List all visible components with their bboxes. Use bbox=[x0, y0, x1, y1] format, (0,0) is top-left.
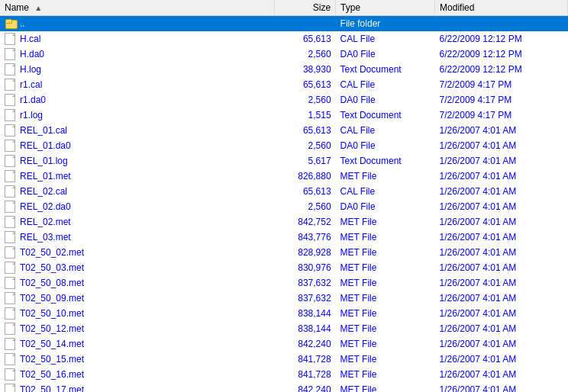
cell-size: 65,613 bbox=[275, 123, 336, 138]
cell-modified: 1/26/2007 4:01 AM bbox=[435, 352, 568, 367]
file-name: T02_50_12.met bbox=[20, 323, 84, 334]
table-row[interactable]: T02_50_10.met838,144MET File1/26/2007 4:… bbox=[0, 306, 568, 321]
file-list-body: ..File folderH.cal65,613CAL File6/22/200… bbox=[0, 16, 568, 393]
cell-name: T02_50_17.met bbox=[0, 382, 275, 392]
file-name: T02_50_02.met bbox=[20, 247, 84, 258]
cell-size: 842,240 bbox=[275, 382, 336, 392]
file-explorer[interactable]: Name ▲ Size Type Modified ..File folderH… bbox=[0, 0, 568, 392]
table-row[interactable]: T02_50_12.met838,144MET File1/26/2007 4:… bbox=[0, 321, 568, 336]
table-row[interactable]: REL_02.met842,752MET File1/26/2007 4:01 … bbox=[0, 214, 568, 230]
file-name: REL_02.cal bbox=[20, 186, 67, 197]
table-row[interactable]: T02_50_16.met841,728MET File1/26/2007 4:… bbox=[0, 367, 568, 382]
table-row[interactable]: T02_50_03.met830,976MET File1/26/2007 4:… bbox=[0, 260, 568, 275]
file-name: T02_50_15.met bbox=[20, 354, 84, 365]
col-header-name[interactable]: Name ▲ bbox=[0, 0, 275, 16]
file-name: REL_01.log bbox=[20, 156, 68, 166]
file-icon bbox=[5, 48, 15, 60]
file-icon bbox=[5, 307, 15, 320]
cell-size: 2,560 bbox=[275, 92, 336, 108]
file-icon bbox=[5, 353, 15, 365]
cell-size: 830,976 bbox=[275, 260, 336, 275]
cell-name: H.cal bbox=[0, 31, 275, 47]
cell-type: DA0 File bbox=[336, 92, 435, 108]
cell-modified: 1/26/2007 4:01 AM bbox=[435, 306, 568, 321]
cell-name: T02_50_02.met bbox=[0, 245, 275, 260]
table-row[interactable]: H.log38,930Text Document6/22/2009 12:12 … bbox=[0, 62, 568, 77]
cell-type: DA0 File bbox=[336, 199, 435, 214]
table-row[interactable]: REL_03.met843,776MET File1/26/2007 4:01 … bbox=[0, 230, 568, 245]
cell-type: CAL File bbox=[336, 31, 435, 47]
cell-size: 841,728 bbox=[275, 367, 336, 382]
file-icon bbox=[5, 231, 15, 243]
col-header-type[interactable]: Type bbox=[336, 0, 435, 16]
table-row[interactable]: T02_50_14.met842,240MET File1/26/2007 4:… bbox=[0, 336, 568, 352]
cell-type: MET File bbox=[336, 214, 435, 230]
cell-name: REL_02.da0 bbox=[0, 199, 275, 214]
table-row[interactable]: T02_50_09.met837,632MET File1/26/2007 4:… bbox=[0, 291, 568, 306]
file-name: T02_50_14.met bbox=[20, 339, 84, 349]
cell-type: MET File bbox=[336, 230, 435, 245]
cell-name: REL_01.da0 bbox=[0, 138, 275, 153]
cell-name: T02_50_08.met bbox=[0, 275, 275, 291]
file-name: REL_02.da0 bbox=[20, 201, 71, 212]
col-header-size[interactable]: Size bbox=[275, 0, 336, 16]
cell-name: r1.log bbox=[0, 108, 275, 123]
table-row[interactable]: REL_01.cal65,613CAL File1/26/2007 4:01 A… bbox=[0, 123, 568, 138]
cell-size: 841,728 bbox=[275, 352, 336, 367]
cell-modified: 1/26/2007 4:01 AM bbox=[435, 123, 568, 138]
table-row[interactable]: REL_02.da02,560DA0 File1/26/2007 4:01 AM bbox=[0, 199, 568, 214]
cell-name: T02_50_03.met bbox=[0, 260, 275, 275]
file-name: r1.log bbox=[20, 110, 43, 120]
cell-name: REL_01.cal bbox=[0, 123, 275, 138]
table-row[interactable]: r1.da02,560DA0 File7/2/2009 4:17 PM bbox=[0, 92, 568, 108]
table-row[interactable]: REL_01.log5,617Text Document1/26/2007 4:… bbox=[0, 153, 568, 169]
cell-name: T02_50_09.met bbox=[0, 291, 275, 306]
file-icon bbox=[5, 338, 15, 350]
file-icon bbox=[5, 185, 15, 198]
file-name: REL_01.met bbox=[20, 171, 71, 182]
table-row[interactable]: H.da02,560DA0 File6/22/2009 12:12 PM bbox=[0, 47, 568, 62]
cell-name: H.log bbox=[0, 62, 275, 77]
file-icon bbox=[5, 63, 15, 76]
cell-name: REL_02.cal bbox=[0, 184, 275, 199]
table-row[interactable]: H.cal65,613CAL File6/22/2009 12:12 PM bbox=[0, 31, 568, 47]
file-icon bbox=[5, 292, 15, 304]
cell-size: 842,752 bbox=[275, 214, 336, 230]
table-row[interactable]: T02_50_02.met828,928MET File1/26/2007 4:… bbox=[0, 245, 568, 260]
cell-modified: 1/26/2007 4:01 AM bbox=[435, 336, 568, 352]
table-row[interactable]: REL_01.da02,560DA0 File1/26/2007 4:01 AM bbox=[0, 138, 568, 153]
file-name: T02_50_16.met bbox=[20, 369, 84, 380]
table-row[interactable]: T02_50_08.met837,632MET File1/26/2007 4:… bbox=[0, 275, 568, 291]
file-name: T02_50_08.met bbox=[20, 278, 84, 288]
table-row[interactable]: REL_02.cal65,613CAL File1/26/2007 4:01 A… bbox=[0, 184, 568, 199]
cell-modified bbox=[435, 16, 568, 32]
file-icon bbox=[5, 94, 15, 106]
file-name: H.da0 bbox=[20, 49, 44, 59]
file-name: REL_03.met bbox=[20, 232, 71, 243]
cell-type: Text Document bbox=[336, 108, 435, 123]
table-row[interactable]: ..File folder bbox=[0, 16, 568, 32]
file-icon bbox=[5, 124, 15, 137]
table-row[interactable]: T02_50_15.met841,728MET File1/26/2007 4:… bbox=[0, 352, 568, 367]
table-row[interactable]: T02_50_17.met842,240MET File1/26/2007 4:… bbox=[0, 382, 568, 392]
table-row[interactable]: REL_01.met826,880MET File1/26/2007 4:01 … bbox=[0, 169, 568, 184]
col-header-modified[interactable]: Modified bbox=[435, 0, 568, 16]
cell-name: r1.cal bbox=[0, 77, 275, 92]
cell-size: 38,930 bbox=[275, 62, 336, 77]
file-name: H.log bbox=[20, 64, 41, 75]
file-icon bbox=[5, 323, 15, 335]
file-name: H.cal bbox=[20, 34, 40, 44]
file-name: T02_50_17.met bbox=[20, 384, 84, 392]
cell-type: MET File bbox=[336, 336, 435, 352]
table-row[interactable]: r1.cal65,613CAL File7/2/2009 4:17 PM bbox=[0, 77, 568, 92]
cell-type: MET File bbox=[336, 352, 435, 367]
file-name: r1.cal bbox=[20, 79, 42, 90]
cell-type: MET File bbox=[336, 260, 435, 275]
cell-size: 837,632 bbox=[275, 275, 336, 291]
file-list-table: Name ▲ Size Type Modified ..File folderH… bbox=[0, 0, 568, 392]
cell-size: 837,632 bbox=[275, 291, 336, 306]
cell-name: T02_50_10.met bbox=[0, 306, 275, 321]
cell-size: 2,560 bbox=[275, 199, 336, 214]
cell-size: 826,880 bbox=[275, 169, 336, 184]
table-row[interactable]: r1.log1,515Text Document7/2/2009 4:17 PM bbox=[0, 108, 568, 123]
